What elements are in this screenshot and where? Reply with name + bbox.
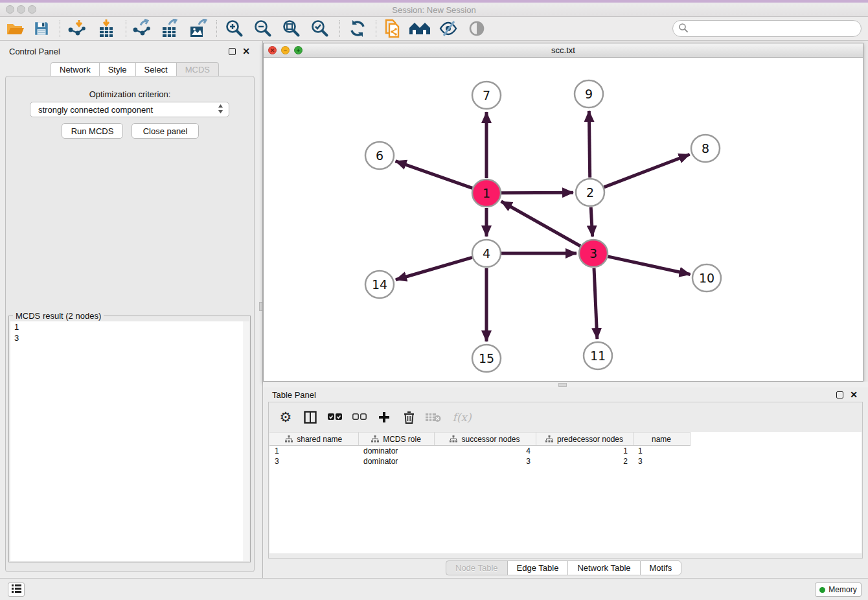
column-header-successor-nodes[interactable]: successor nodes — [434, 433, 536, 446]
search-field[interactable] — [672, 20, 862, 37]
node-10[interactable]: 10 — [692, 264, 721, 292]
horizontal-splitter-grip[interactable] — [558, 383, 567, 387]
table-cell[interactable]: 3 — [633, 456, 690, 467]
close-panel-button[interactable]: Close panel — [131, 123, 199, 139]
tab-motifs[interactable]: Motifs — [640, 560, 682, 575]
zoom-fit-icon[interactable] — [280, 19, 303, 38]
table-header-row[interactable]: shared nameMCDS rolesuccessor nodesprede… — [269, 433, 690, 446]
table-cell[interactable]: dominator — [358, 456, 434, 467]
table-cell[interactable]: dominator — [358, 446, 434, 456]
export-network-icon[interactable] — [130, 19, 153, 38]
node-6[interactable]: 6 — [365, 142, 394, 169]
table-cell[interactable]: 2 — [536, 456, 633, 467]
open-session-icon[interactable] — [4, 19, 27, 38]
column-header-predecessor-nodes[interactable]: predecessor nodes — [536, 433, 633, 446]
tab-network[interactable]: Network — [51, 62, 99, 76]
export-table-icon[interactable] — [158, 19, 181, 38]
export-image-icon[interactable] — [187, 19, 210, 38]
network-window-titlebar[interactable]: ✕ − + scc.txt — [264, 43, 863, 58]
close-panel-icon[interactable]: ✕ — [242, 48, 250, 55]
svg-text:1: 1 — [483, 186, 490, 200]
node-9[interactable]: 9 — [575, 80, 603, 108]
table-panel: Table Panel ✕ ⚙ f(x) shared nameMCDS rol… — [263, 387, 868, 578]
select-all-checkboxes-icon[interactable] — [327, 410, 343, 425]
table-cell[interactable]: 4 — [434, 446, 536, 456]
table-container: ⚙ f(x) shared nameMCDS rolesuccessor nod… — [268, 402, 863, 559]
node-7[interactable]: 7 — [472, 82, 501, 109]
search-input[interactable] — [689, 24, 861, 34]
node-table[interactable]: shared nameMCDS rolesuccessor nodesprede… — [269, 432, 862, 553]
settings-gear-icon[interactable]: ⚙ — [278, 410, 293, 425]
tab-style[interactable]: Style — [99, 62, 135, 76]
search-icon — [678, 23, 689, 35]
split-columns-icon[interactable] — [303, 410, 318, 425]
attribute-icon — [285, 435, 293, 443]
network-graph[interactable]: 7968124314101511 — [264, 58, 863, 381]
criterion-dropdown[interactable]: strongly connected component — [30, 102, 229, 117]
home-icon[interactable] — [408, 19, 431, 38]
edge-2-3[interactable] — [591, 207, 592, 237]
memory-status-icon — [819, 587, 825, 593]
show-details-icon[interactable] — [465, 19, 488, 38]
table-cell[interactable]: 1 — [269, 446, 358, 456]
tab-node-table[interactable]: Node Table — [446, 560, 507, 575]
import-network-icon[interactable] — [65, 19, 88, 38]
node-8[interactable]: 8 — [691, 135, 720, 162]
edge-1-2[interactable] — [501, 192, 573, 193]
table-cell[interactable]: 1 — [536, 446, 633, 456]
edge-4-14[interactable] — [396, 257, 472, 279]
float-table-panel-icon[interactable] — [836, 391, 843, 398]
node-14[interactable]: 14 — [365, 271, 394, 298]
tab-select[interactable]: Select — [135, 62, 176, 76]
table-cell[interactable]: 3 — [269, 456, 358, 467]
tab-edge-table[interactable]: Edge Table — [507, 560, 568, 575]
column-header-shared-name[interactable]: shared name — [269, 433, 358, 446]
result-scrollbar[interactable] — [244, 321, 249, 561]
table-row[interactable]: 1dominator411 — [269, 446, 690, 456]
mcds-result-textarea[interactable]: 1 3 — [10, 321, 249, 561]
tab-network-table[interactable]: Network Table — [567, 560, 639, 575]
column-header-MCDS-role[interactable]: MCDS role — [358, 433, 434, 446]
attribute-icon — [545, 435, 553, 443]
zoom-in-icon[interactable] — [223, 19, 246, 38]
close-table-panel-icon[interactable]: ✕ — [850, 391, 858, 398]
node-4[interactable]: 4 — [472, 240, 501, 267]
svg-text:9: 9 — [585, 87, 593, 101]
add-column-icon[interactable] — [376, 410, 392, 425]
clone-network-icon[interactable] — [381, 19, 404, 38]
refresh-icon[interactable] — [346, 19, 369, 38]
zoom-selected-icon[interactable] — [308, 19, 332, 38]
delete-column-icon[interactable] — [401, 410, 417, 425]
node-11[interactable]: 11 — [584, 342, 612, 369]
edge-1-6[interactable] — [396, 161, 473, 189]
status-bar: Memory — [0, 578, 868, 600]
run-mcds-button[interactable]: Run MCDS — [62, 123, 123, 139]
tab-mcds[interactable]: MCDS — [176, 62, 219, 76]
node-2[interactable]: 2 — [576, 179, 604, 206]
attribute-icon — [371, 435, 379, 443]
hide-details-icon[interactable] — [437, 19, 460, 38]
toolbar-separator — [339, 20, 340, 37]
task-history-button[interactable] — [8, 583, 25, 597]
clear-checkboxes-icon[interactable] — [352, 410, 367, 425]
import-table-icon[interactable] — [95, 19, 118, 38]
zoom-out-icon[interactable] — [251, 19, 275, 38]
edge-3-10[interactable] — [608, 257, 690, 275]
float-panel-icon[interactable] — [229, 48, 236, 55]
function-builder-icon[interactable]: f(x) — [450, 410, 474, 425]
save-session-icon[interactable] — [30, 19, 53, 38]
memory-button[interactable]: Memory — [815, 583, 862, 597]
network-canvas[interactable]: 7968124314101511 — [264, 58, 863, 381]
delete-table-icon[interactable] — [426, 410, 441, 425]
node-15[interactable]: 15 — [472, 345, 501, 372]
table-row[interactable]: 3dominator323 — [269, 456, 690, 467]
column-header-name[interactable]: name — [633, 433, 690, 446]
edge-3-1[interactable] — [501, 202, 580, 246]
table-cell[interactable]: 1 — [633, 446, 690, 456]
edge-2-9[interactable] — [589, 111, 589, 178]
node-3[interactable]: 3 — [579, 240, 608, 267]
node-1[interactable]: 1 — [472, 179, 501, 207]
edge-2-8[interactable] — [604, 154, 689, 187]
edge-3-11[interactable] — [594, 268, 597, 339]
table-cell[interactable]: 3 — [434, 456, 536, 467]
